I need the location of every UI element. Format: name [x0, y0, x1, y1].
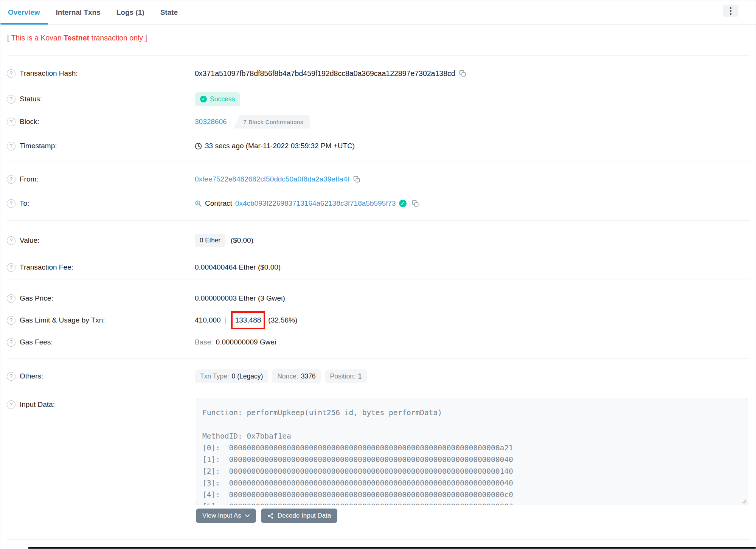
row-others: ?Others: Txn Type: 0 (Legacy) Nonce: 337…: [0, 369, 756, 384]
transaction-fee-value: 0.000400464 Ether ($0.00): [195, 263, 281, 271]
row-to: ?To: Contract 0x4cb093f226983713164a6213…: [0, 196, 756, 211]
chevron-down-icon: [245, 514, 250, 517]
from-address-link[interactable]: 0xfee7522e8482682cf50ddc50a0f8da2a39effa…: [195, 175, 349, 183]
decode-icon: [267, 513, 274, 519]
vertical-ellipsis-icon: [730, 7, 732, 15]
more-options-button[interactable]: [723, 5, 738, 17]
help-icon[interactable]: ?: [7, 263, 16, 272]
tab-logs[interactable]: Logs (1): [109, 0, 152, 24]
row-gas-fees: ?Gas Fees: Base: 0.000000009 Gwei: [0, 335, 756, 350]
row-label: From:: [20, 175, 39, 183]
status-badge-label: Success: [210, 95, 235, 103]
view-input-as-label: View Input As: [202, 512, 241, 520]
block-confirmations-badge: 7 Block Confirmations: [234, 115, 310, 129]
notice-text: transaction only ]: [89, 34, 147, 42]
view-input-as-button[interactable]: View Input As: [196, 509, 256, 523]
status-badge: ✓ Success: [195, 92, 240, 106]
divider: [7, 358, 750, 359]
row-status: ?Status: ✓ Success: [0, 92, 756, 107]
bottom-edge-bar: [28, 547, 756, 549]
help-icon[interactable]: ?: [7, 118, 16, 126]
notice-bold-text: Testnet: [64, 34, 89, 42]
row-from: ?From: 0xfee7522e8482682cf50ddc50a0f8da2…: [0, 172, 756, 187]
nonce-value: 3376: [301, 372, 316, 380]
divider: [7, 539, 750, 540]
input-data-actions: View Input As Decode Input Data: [196, 509, 337, 523]
divider: [7, 161, 750, 161]
input-data-text: Function: performUpkeep(uint256 id, byte…: [202, 407, 742, 505]
row-label: Gas Limit & Usage by Txn:: [20, 316, 105, 324]
resize-handle-icon[interactable]: [741, 498, 747, 504]
txn-type-label: Txn Type:: [200, 372, 229, 380]
verified-check-icon: ✓: [399, 200, 407, 207]
help-icon[interactable]: ?: [7, 142, 16, 150]
row-label: Value:: [20, 236, 39, 245]
help-icon[interactable]: ?: [7, 69, 16, 78]
txn-type-badge: Txn Type: 0 (Legacy): [195, 369, 268, 383]
help-icon[interactable]: ?: [7, 199, 16, 208]
row-transaction-fee: ?Transaction Fee: 0.000400464 Ether ($0.…: [0, 260, 756, 275]
magnifier-plus-icon[interactable]: [195, 200, 202, 207]
help-icon[interactable]: ?: [7, 316, 16, 325]
gas-limit-value: 410,000: [195, 316, 221, 324]
copy-icon[interactable]: [412, 200, 419, 207]
row-label: Timestamp:: [20, 142, 57, 150]
timestamp-value: 33 secs ago (Mar-11-2022 03:59:32 PM +UT…: [205, 142, 355, 150]
nonce-badge: Nonce: 3376: [272, 369, 321, 383]
decode-input-data-button[interactable]: Decode Input Data: [261, 509, 338, 523]
help-icon[interactable]: ?: [7, 338, 16, 347]
copy-icon[interactable]: [353, 176, 360, 183]
usd-value: ($0.00): [231, 236, 253, 245]
tab-state[interactable]: State: [152, 0, 186, 24]
row-label: Transaction Fee:: [20, 263, 73, 271]
row-label: Status:: [20, 95, 42, 103]
divider: [7, 220, 750, 221]
help-icon[interactable]: ?: [7, 294, 16, 303]
row-value: ?Value: 0 Ether ($0.00): [0, 233, 756, 248]
row-gas-price: ?Gas Price: 0.000000003 Ether (3 Gwei): [0, 291, 756, 306]
testnet-notice: [ This is a Kovan Testnet transaction on…: [7, 34, 147, 42]
gas-used-percent: (32.56%): [268, 316, 297, 324]
row-timestamp: ?Timestamp: 33 secs ago (Mar-11-2022 03:…: [0, 138, 756, 154]
gas-price-value: 0.000000003 Ether (3 Gwei): [195, 294, 285, 302]
tab-internal-txns[interactable]: Internal Txns: [48, 0, 109, 24]
position-label: Position:: [330, 372, 355, 380]
row-gas-limit-usage: ?Gas Limit & Usage by Txn: 410,000 | 133…: [0, 310, 756, 330]
notice-text: [ This is a Kovan: [7, 34, 64, 42]
position-badge: Position: 1: [325, 369, 367, 383]
help-icon[interactable]: ?: [7, 400, 16, 409]
tab-bar: Overview Internal Txns Logs (1) State: [0, 0, 756, 25]
highlight-box: 133,488: [231, 311, 265, 329]
row-label: Gas Price:: [20, 294, 53, 302]
input-data-textarea[interactable]: Function: performUpkeep(uint256 id, byte…: [196, 398, 748, 505]
copy-icon[interactable]: [459, 70, 466, 77]
clock-icon: [195, 143, 202, 150]
base-fee-value: 0.000000009 Gwei: [216, 338, 276, 346]
help-icon[interactable]: ?: [7, 95, 16, 104]
tab-overview[interactable]: Overview: [0, 0, 48, 24]
transaction-details-card: Overview Internal Txns Logs (1) State [ …: [0, 0, 756, 549]
row-label: Transaction Hash:: [20, 69, 78, 78]
row-label: Block:: [20, 118, 39, 126]
divider: [7, 55, 750, 56]
divider: [7, 279, 750, 279]
gas-used-value: 133,488: [235, 316, 261, 324]
help-icon[interactable]: ?: [7, 175, 16, 184]
transaction-hash-value: 0x371a51097fb78df856f8b4a7bd459f192d8cc8…: [195, 69, 455, 78]
row-label: Gas Fees:: [20, 338, 53, 346]
ether-value-badge: 0 Ether: [195, 234, 225, 247]
help-icon[interactable]: ?: [7, 236, 16, 245]
position-value: 1: [358, 372, 362, 380]
block-number-link[interactable]: 30328606: [195, 118, 227, 126]
separator: |: [223, 316, 228, 324]
help-icon[interactable]: ?: [7, 372, 16, 381]
row-label: To:: [20, 199, 29, 208]
row-block: ?Block: 30328606 7 Block Confirmations: [0, 114, 756, 129]
base-fee-label: Base:: [195, 338, 213, 346]
nonce-label: Nonce:: [277, 372, 298, 380]
txn-type-value: 0 (Legacy): [232, 372, 263, 380]
to-contract-address-link[interactable]: 0x4cb093f226983713164a62138c3f718a5b595f…: [235, 199, 396, 208]
row-transaction-hash: ?Transaction Hash: 0x371a51097fb78df856f…: [0, 66, 756, 81]
decode-input-data-label: Decode Input Data: [278, 512, 331, 520]
contract-word: Contract: [205, 199, 232, 208]
